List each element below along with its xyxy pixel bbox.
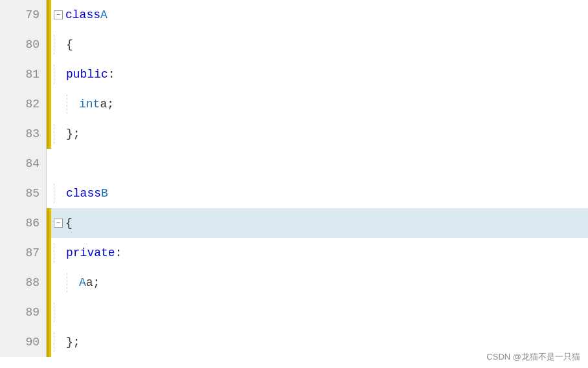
line-content: int a; [51, 89, 588, 119]
table-row: 85class B [0, 179, 588, 208]
line-number: 79 [0, 0, 47, 30]
line-content [51, 149, 588, 179]
line-number: 90 [0, 327, 47, 357]
code-token: : [115, 246, 122, 259]
line-number: 85 [0, 179, 47, 208]
code-token: public [66, 68, 108, 81]
line-content: }; [51, 119, 588, 149]
code-token: A [100, 8, 107, 21]
indent-guide [54, 303, 54, 322]
line-number: 81 [0, 60, 47, 89]
code-token: { [66, 38, 73, 51]
line-content: { [51, 30, 588, 60]
line-number: 82 [0, 89, 47, 119]
table-row: 88A a; [0, 268, 588, 298]
code-editor: 79−class A80{81public:82int a;83};8485cl… [0, 0, 588, 368]
fold-marker[interactable]: − [54, 219, 63, 228]
line-content: A a; [51, 268, 588, 298]
line-number: 80 [0, 30, 47, 60]
code-token: }; [66, 336, 80, 349]
table-row: 86−{ [0, 208, 588, 238]
indent-guide [54, 124, 54, 144]
code-token: int [79, 98, 100, 111]
line-number: 87 [0, 238, 47, 268]
line-number: 89 [0, 298, 47, 327]
code-token: A [79, 276, 86, 289]
code-token: { [65, 217, 73, 230]
code-token: class [65, 8, 100, 21]
table-row: 83}; [0, 119, 588, 149]
indent-guide [67, 273, 67, 292]
line-number: 83 [0, 119, 47, 149]
table-row: 82int a; [0, 89, 588, 119]
line-content: −class A [51, 0, 588, 30]
line-number: 86 [0, 208, 47, 238]
line-content: public: [51, 60, 588, 89]
indent-guide [54, 35, 54, 54]
line-content [51, 298, 588, 327]
code-token: B [101, 187, 108, 200]
indent-guide [54, 243, 54, 263]
table-row: 87private: [0, 238, 588, 268]
code-token: class [66, 187, 101, 200]
indent-guide [54, 184, 54, 203]
line-content: class B [51, 179, 588, 208]
code-token: a; [100, 98, 114, 111]
code-token: private [66, 246, 115, 259]
table-row: 84 [0, 149, 588, 179]
code-token: }; [66, 127, 80, 140]
indent-guide [67, 94, 67, 114]
indent-guide [54, 65, 54, 84]
fold-marker[interactable]: − [54, 10, 63, 19]
line-content: −{ [51, 208, 588, 238]
watermark-text: CSDN @龙猫不是一只猫 [486, 351, 580, 363]
table-row: 81public: [0, 60, 588, 89]
table-row: 80{ [0, 30, 588, 60]
table-row: 89 [0, 298, 588, 327]
code-token: a; [86, 276, 100, 289]
indent-guide [54, 332, 54, 352]
line-number: 84 [0, 149, 47, 179]
code-token: : [108, 68, 115, 81]
table-row: 79−class A [0, 0, 588, 30]
line-content: private: [51, 238, 588, 268]
line-number: 88 [0, 268, 47, 298]
